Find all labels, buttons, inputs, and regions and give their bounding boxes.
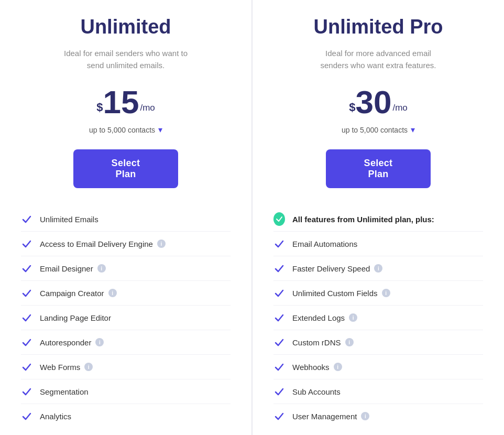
info-icon-extended-logs[interactable]: i (349, 313, 357, 322)
check-icon-extended-logs (273, 312, 285, 323)
feature-unlimited-custom-fields: Unlimited Custom Fields i (273, 281, 483, 306)
plan-description-unlimited-pro: Ideal for more advanced email senders wh… (315, 48, 441, 71)
feature-user-management: User Management i (273, 404, 483, 428)
check-icon-segmentation (21, 386, 32, 397)
price-dollar-pro: $ (349, 101, 355, 114)
check-icon-custom-rdns (273, 336, 285, 348)
info-icon-autoresponder[interactable]: i (95, 338, 104, 346)
check-icon-sub-accounts (273, 386, 285, 397)
price-amount-pro: 30 (355, 86, 391, 118)
plans-container: Unlimited Ideal for email senders who wa… (0, 0, 504, 435)
feature-text-faster-delivery: Faster Delivery Speed i (292, 264, 382, 273)
feature-text-unlimited-emails: Unlimited Emails (40, 215, 98, 224)
feature-text-email-automations: Email Automations (292, 240, 357, 248)
contacts-text-unlimited: up to 5,000 contacts (89, 126, 155, 134)
feature-landing-page-editor: Landing Page Editor (21, 306, 231, 330)
plan-price-unlimited-pro: $ 30 /mo (349, 86, 408, 118)
feature-text-webhooks: Webhooks i (292, 363, 342, 372)
feature-unlimited-emails: Unlimited Emails (21, 207, 231, 232)
check-icon-custom-fields (273, 287, 285, 299)
info-icon-email-designer[interactable]: i (97, 264, 106, 273)
check-icon-all-unlimited (273, 213, 285, 225)
info-icon-user-management[interactable]: i (361, 412, 369, 420)
feature-text-user-management: User Management i (292, 412, 369, 421)
check-icon-webhooks (273, 361, 285, 373)
feature-text-extended-logs: Extended Logs i (292, 313, 357, 322)
price-amount-unlimited: 15 (103, 86, 139, 118)
info-icon-custom-rdns[interactable]: i (345, 338, 354, 346)
features-list-pro: All features from Unlimited plan, plus: … (273, 207, 483, 428)
feature-analytics: Analytics (21, 404, 231, 428)
info-icon-web-forms[interactable]: i (84, 363, 93, 371)
feature-text-email-delivery: Access to Email Delivery Engine i (40, 240, 166, 248)
feature-campaign-creator: Campaign Creator i (21, 281, 231, 306)
contacts-selector-pro[interactable]: up to 5,000 contacts ▾ (342, 125, 415, 135)
plan-price-unlimited: $ 15 /mo (96, 86, 155, 118)
check-icon-unlimited-emails (21, 213, 32, 225)
feature-text-campaign-creator: Campaign Creator i (40, 289, 117, 298)
price-period-unlimited: /mo (140, 103, 155, 113)
feature-extended-logs: Extended Logs i (273, 306, 483, 330)
plan-unlimited: Unlimited Ideal for email senders who wa… (0, 0, 253, 435)
check-icon-user-management (273, 410, 285, 422)
price-period-pro: /mo (392, 103, 407, 113)
feature-custom-rdns: Custom rDNS i (273, 330, 483, 355)
info-icon-faster-delivery[interactable]: i (374, 264, 382, 273)
select-plan-button-unlimited[interactable]: Select Plan (73, 149, 178, 188)
plan-title-unlimited: Unlimited (80, 16, 171, 38)
feature-text-all-unlimited: All features from Unlimited plan, plus: (292, 215, 434, 224)
check-icon-autoresponder (21, 336, 32, 348)
feature-text-custom-rdns: Custom rDNS i (292, 338, 354, 347)
feature-text-sub-accounts: Sub Accounts (292, 387, 341, 396)
feature-autoresponder: Autoresponder i (21, 330, 231, 355)
check-icon-faster-delivery (273, 263, 285, 274)
plan-title-unlimited-pro: Unlimited Pro (313, 16, 443, 38)
plan-unlimited-pro: Unlimited Pro Ideal for more advanced em… (253, 0, 504, 435)
select-plan-button-pro[interactable]: Select Plan (326, 149, 431, 188)
contacts-text-pro: up to 5,000 contacts (342, 126, 408, 134)
feature-all-unlimited-plus: All features from Unlimited plan, plus: (273, 207, 483, 232)
feature-webhooks: Webhooks i (273, 355, 483, 379)
feature-email-designer: Email Designer i (21, 256, 231, 281)
feature-email-delivery-engine: Access to Email Delivery Engine i (21, 232, 231, 256)
feature-sub-accounts: Sub Accounts (273, 379, 483, 404)
feature-text-segmentation: Segmentation (40, 387, 89, 396)
feature-text-autoresponder: Autoresponder i (40, 338, 104, 347)
features-list-unlimited: Unlimited Emails Access to Email Deliver… (21, 207, 231, 428)
feature-text-analytics: Analytics (40, 412, 71, 421)
feature-text-custom-fields: Unlimited Custom Fields i (292, 289, 390, 298)
check-icon-email-automations (273, 238, 285, 249)
check-icon-analytics (21, 410, 32, 422)
check-icon-email-delivery (21, 238, 32, 249)
check-icon-email-designer (21, 263, 32, 274)
feature-faster-delivery: Faster Delivery Speed i (273, 256, 483, 281)
contacts-dropdown-arrow-pro: ▾ (411, 125, 415, 135)
contacts-selector-unlimited[interactable]: up to 5,000 contacts ▾ (89, 125, 162, 135)
info-icon-campaign-creator[interactable]: i (108, 289, 117, 297)
feature-email-automations: Email Automations (273, 232, 483, 256)
contacts-dropdown-arrow-unlimited: ▾ (158, 125, 162, 135)
feature-text-web-forms: Web Forms i (40, 363, 93, 372)
info-icon-webhooks[interactable]: i (334, 363, 342, 371)
feature-segmentation: Segmentation (21, 379, 231, 404)
info-icon-email-delivery[interactable]: i (157, 240, 166, 248)
plan-description-unlimited: Ideal for email senders who want to send… (63, 48, 189, 71)
check-icon-campaign-creator (21, 287, 32, 299)
info-icon-custom-fields[interactable]: i (382, 289, 390, 297)
feature-text-email-designer: Email Designer i (40, 264, 106, 273)
feature-text-landing-page: Landing Page Editor (40, 313, 111, 322)
check-icon-web-forms (21, 361, 32, 373)
price-dollar-unlimited: $ (96, 101, 103, 114)
check-icon-landing-page (21, 312, 32, 323)
feature-web-forms: Web Forms i (21, 355, 231, 379)
